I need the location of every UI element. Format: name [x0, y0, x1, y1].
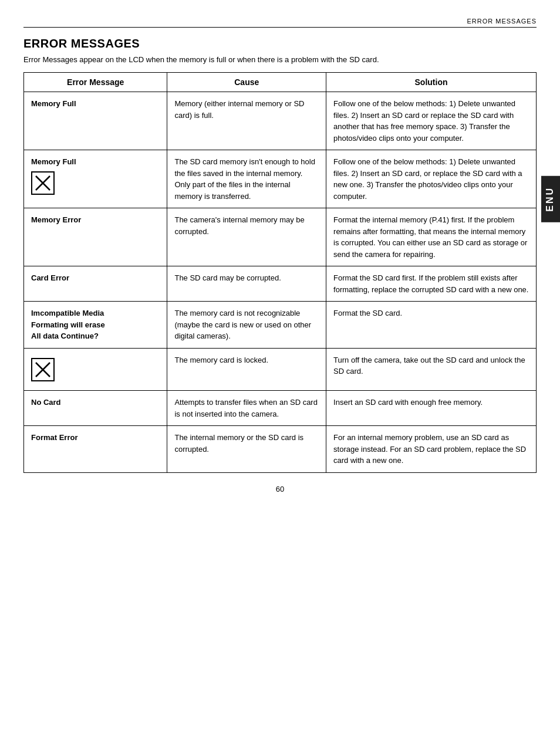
section-title: ERROR MESSAGES	[23, 37, 537, 50]
error-message-cell	[24, 348, 167, 391]
solution-cell: For an internal memory problem, use an S…	[326, 426, 537, 473]
cause-cell: The camera's internal memory may be corr…	[167, 208, 326, 266]
solution-cell: Insert an SD card with enough free memor…	[326, 391, 537, 426]
table-row: No CardAttempts to transfer files when a…	[24, 391, 537, 426]
error-message-cell: Memory Full	[24, 150, 167, 208]
col-header-solution: Solution	[326, 73, 537, 92]
table-row: Imcompatible MediaFormating will eraseAl…	[24, 302, 537, 349]
table-row: Memory FullMemory (either internal memor…	[24, 92, 537, 150]
error-message-text: All data Continue?	[31, 330, 160, 342]
error-message-text: Memory Full	[31, 157, 76, 166]
solution-cell: Format the SD card first. If the problem…	[326, 266, 537, 302]
error-message-text: Memory Error	[31, 215, 81, 224]
error-message-cell: No Card	[24, 391, 167, 426]
cause-cell: The memory card is not recognizable (may…	[167, 302, 326, 349]
error-message-text: Format Error	[31, 433, 77, 442]
error-message-text: Memory Full	[31, 99, 76, 108]
error-message-text: Imcompatible Media	[31, 307, 160, 319]
error-message-cell: Format Error	[24, 426, 167, 473]
cause-cell: The memory card is locked.	[167, 348, 326, 391]
col-header-cause: Cause	[167, 73, 326, 92]
cause-cell: The internal memory or the SD card is co…	[167, 426, 326, 473]
table-row: The memory card is locked.Turn off the c…	[24, 348, 537, 391]
solution-cell: Format the internal memory (P.41) first.…	[326, 208, 537, 266]
x-icon	[31, 171, 160, 198]
solution-cell: Follow one of the below methods: 1) Dele…	[326, 150, 537, 208]
section-intro: Error Messages appear on the LCD when th…	[23, 55, 537, 64]
page: ERROR MESSAGES ERROR MESSAGES Error Mess…	[0, 0, 560, 754]
side-tab: ENU	[541, 176, 560, 222]
cause-cell: The SD card may be corrupted.	[167, 266, 326, 302]
error-message-text: No Card	[31, 398, 61, 407]
solution-cell: Follow one of the below methods: 1) Dele…	[326, 92, 537, 150]
table-row: Format ErrorThe internal memory or the S…	[24, 426, 537, 473]
cause-cell: The SD card memory isn't enough to hold …	[167, 150, 326, 208]
error-messages-table: Error Message Cause Solution Memory Full…	[23, 72, 537, 473]
error-message-cell: Imcompatible MediaFormating will eraseAl…	[24, 302, 167, 349]
top-header: ERROR MESSAGES	[23, 18, 537, 28]
cause-cell: Memory (either internal memory or SD car…	[167, 92, 326, 150]
error-message-text: Card Error	[31, 273, 69, 282]
error-message-cell: Memory Error	[24, 208, 167, 266]
error-message-cell: Card Error	[24, 266, 167, 302]
page-number: 60	[23, 485, 537, 493]
solution-cell: Format the SD card.	[326, 302, 537, 349]
table-row: Memory ErrorThe camera's internal memory…	[24, 208, 537, 266]
error-message-cell: Memory Full	[24, 92, 167, 150]
x-icon	[31, 358, 160, 385]
error-message-text: Formating will erase	[31, 319, 160, 331]
table-row: Memory Full The SD card memory isn't eno…	[24, 150, 537, 208]
top-header-label: ERROR MESSAGES	[467, 18, 537, 25]
col-header-error-message: Error Message	[24, 73, 167, 92]
cause-cell: Attempts to transfer files when an SD ca…	[167, 391, 326, 426]
solution-cell: Turn off the camera, take out the SD car…	[326, 348, 537, 391]
table-row: Card ErrorThe SD card may be corrupted.F…	[24, 266, 537, 302]
